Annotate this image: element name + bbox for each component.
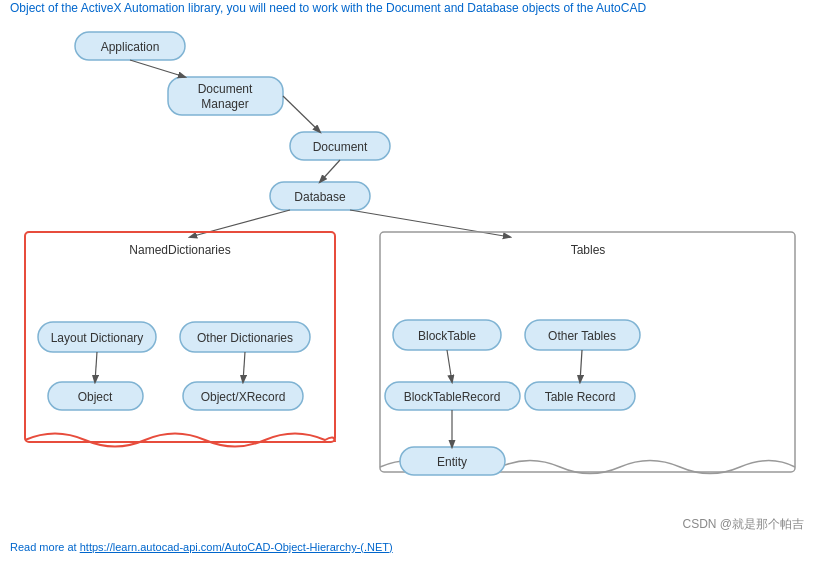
svg-line-5	[283, 96, 320, 132]
block-table-label: BlockTable	[418, 329, 476, 343]
block-table-record-label: BlockTableRecord	[404, 390, 501, 404]
entity-label: Entity	[437, 455, 467, 469]
object-xrecord-label: Object/XRecord	[201, 390, 286, 404]
database-label: Database	[294, 190, 346, 204]
footer-link[interactable]: https://learn.autocad-api.com/AutoCAD-Ob…	[80, 541, 393, 553]
layout-dict-label: Layout Dictionary	[51, 331, 144, 345]
table-record-label: Table Record	[545, 390, 616, 404]
svg-line-15	[243, 352, 245, 382]
svg-line-23	[580, 350, 582, 382]
other-tables-label: Other Tables	[548, 329, 616, 343]
doc-manager-label1: Document	[198, 82, 253, 96]
other-dicts-label: Other Dictionaries	[197, 331, 293, 345]
svg-line-22	[447, 350, 452, 382]
application-label: Application	[101, 40, 160, 54]
svg-rect-16	[380, 232, 795, 472]
named-dicts-label: NamedDictionaries	[129, 243, 230, 257]
tables-label: Tables	[571, 243, 606, 257]
diagram-svg: Application Document Manager Document Da…	[0, 12, 824, 522]
page-container: Object of the ActiveX Automation library…	[0, 0, 824, 561]
watermark: CSDN @就是那个帕吉	[682, 516, 804, 533]
doc-manager-label2: Manager	[201, 97, 248, 111]
svg-line-14	[95, 352, 97, 382]
footer-text: Read more at https://learn.autocad-api.c…	[10, 541, 393, 553]
svg-line-4	[130, 60, 185, 77]
document-label: Document	[313, 140, 368, 154]
svg-line-6	[320, 160, 340, 182]
footer-link-prefix: Read more at	[10, 541, 80, 553]
object-label: Object	[78, 390, 113, 404]
svg-line-8	[350, 210, 510, 237]
